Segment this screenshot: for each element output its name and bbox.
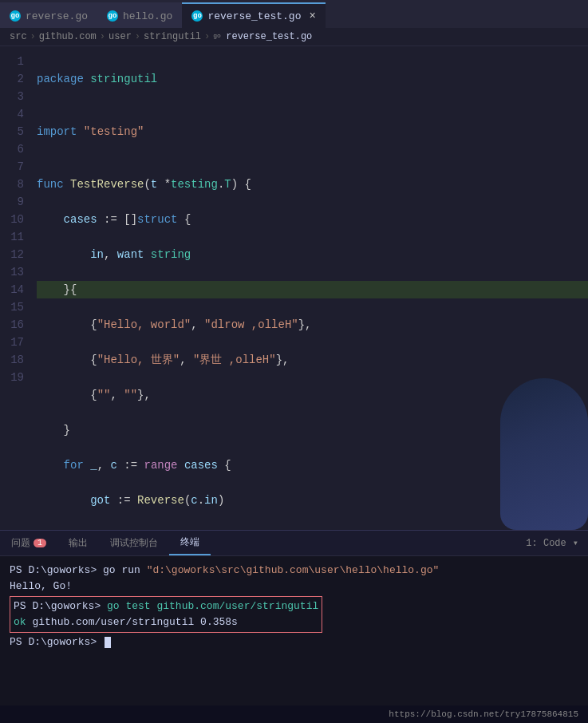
- go-icon: go: [107, 10, 118, 22]
- tab-bar: go reverse.go go hello.go go reverse_tes…: [0, 0, 588, 28]
- code-line: {"Hello, 世界", "界世 ,olleH"},: [37, 351, 588, 369]
- terminal-command: go test github.com/user/stringutil: [107, 600, 318, 612]
- tab-problems[interactable]: 问题 1: [0, 531, 57, 555]
- tab-label: hello.go: [123, 10, 172, 22]
- code-line: {"", ""},: [37, 386, 588, 404]
- line-numbers: 1 2 3 4 5 6 7 8 9 10 11 12 13 14 15 16 1…: [0, 46, 34, 530]
- tab-terminal[interactable]: 终端: [169, 531, 211, 555]
- terminal-line: PS D:\goworks> go test github.com/user/s…: [14, 599, 318, 614]
- tab-label: reverse.go: [26, 10, 88, 22]
- terminal-output: Hello, Go!: [10, 580, 72, 592]
- code-line: }: [37, 421, 588, 439]
- go-icon: go: [213, 32, 223, 41]
- code-line: {"Hello, world", "dlrow ,olleH"},: [37, 316, 588, 334]
- panel-right: 1: Code ▾: [526, 537, 588, 549]
- code-line: cases := []struct {: [37, 211, 588, 228]
- terminal-command: go run "d:\goworks\src\github.com\user\h…: [103, 564, 439, 576]
- code-line: }{: [37, 281, 588, 298]
- tab-label: 终端: [180, 535, 199, 549]
- tab-reverse-test-go[interactable]: go reverse_test.go ×: [182, 2, 325, 28]
- terminal-highlighted-block: PS D:\goworks> go test github.com/user/s…: [10, 596, 322, 633]
- terminal-line: Hello, Go!: [10, 579, 578, 595]
- tab-label: 输出: [69, 536, 88, 550]
- close-tab-icon[interactable]: ×: [309, 10, 315, 22]
- tab-debug-console[interactable]: 调试控制台: [99, 531, 169, 555]
- breadcrumb-github[interactable]: github.com: [39, 31, 97, 42]
- terminal-prompt: PS D:\goworks>: [10, 636, 97, 648]
- code-line: if got != c.want {: [37, 527, 588, 530]
- tab-output[interactable]: 输出: [57, 531, 99, 555]
- code-line: got := Reverse(c.in): [37, 492, 588, 509]
- breadcrumb-file[interactable]: reverse_test.go: [226, 31, 312, 42]
- breadcrumb-sep: ›: [100, 31, 105, 42]
- breadcrumb-stringutil[interactable]: stringutil: [144, 31, 201, 42]
- breadcrumb-sep: ›: [30, 31, 36, 42]
- terminal-ok: ok: [14, 616, 26, 628]
- terminal-time: 0.358s: [200, 616, 238, 628]
- code-line: import "testing": [37, 123, 588, 140]
- dropdown-arrow-icon[interactable]: ▾: [573, 537, 578, 549]
- code-content[interactable]: package stringutil import "testing" func…: [34, 46, 588, 530]
- tab-label: reverse_test.go: [207, 10, 301, 22]
- tab-label: 问题: [11, 536, 30, 550]
- code-line: package stringutil: [37, 70, 588, 88]
- breadcrumb-user[interactable]: user: [109, 31, 132, 42]
- terminal-line: ok github.com/user/stringutil 0.358s: [14, 614, 318, 630]
- panel-tab-bar: 问题 1 输出 调试控制台 终端 1: Code ▾: [0, 531, 588, 556]
- breadcrumb: src › github.com › user › stringutil › g…: [0, 28, 588, 46]
- editor-area: 1 2 3 4 5 6 7 8 9 10 11 12 13 14 15 16 1…: [0, 46, 588, 530]
- terminal-path: github.com/user/stringutil: [32, 616, 194, 628]
- problems-badge: 1: [34, 539, 46, 547]
- code-line: for _, c := range cases {: [37, 456, 588, 474]
- code-line: func TestReverse(t *testing.T) {: [37, 176, 588, 193]
- terminal-prompt: PS D:\goworks>: [10, 564, 97, 576]
- terminal-dropdown-label[interactable]: 1: Code: [526, 538, 566, 549]
- terminal-content[interactable]: PS D:\goworks> go run "d:\goworks\src\gi…: [0, 556, 588, 705]
- breadcrumb-src[interactable]: src: [10, 31, 27, 42]
- terminal-line: PS D:\goworks>: [10, 634, 578, 650]
- tab-hello-go[interactable]: go hello.go: [97, 2, 182, 28]
- tab-label: 调试控制台: [110, 536, 158, 550]
- terminal-line: PS D:\goworks> go run "d:\goworks\src\gi…: [10, 563, 578, 579]
- bottom-panel: 问题 1 输出 调试控制台 终端 1: Code ▾ PS D:\goworks…: [0, 530, 588, 705]
- code-line: in, want string: [37, 246, 588, 263]
- status-bar: https://blog.csdn.net/try17875864815: [0, 705, 588, 723]
- status-url: https://blog.csdn.net/try17875864815: [389, 709, 578, 719]
- tab-reverse-go[interactable]: go reverse.go: [0, 2, 97, 28]
- terminal-cursor: [105, 637, 111, 648]
- go-icon: go: [10, 10, 21, 22]
- terminal-prompt: PS D:\goworks>: [14, 600, 101, 612]
- go-icon: go: [191, 10, 203, 22]
- breadcrumb-sep: ›: [204, 31, 210, 42]
- breadcrumb-sep: ›: [135, 31, 140, 42]
